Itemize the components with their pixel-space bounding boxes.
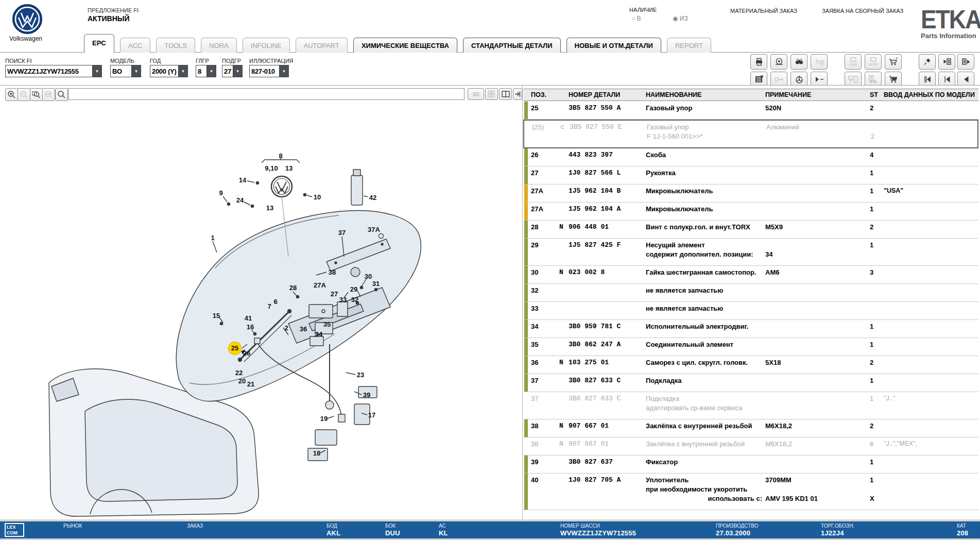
tab-acc[interactable]: ACC (120, 38, 150, 54)
diagram-callout-37[interactable]: 37 (338, 229, 346, 237)
row-qty: 4 (870, 151, 884, 159)
diagram-callout-10[interactable]: 10 (314, 193, 321, 201)
print-button[interactable] (750, 54, 767, 70)
table-row[interactable]: 27A1J5 962 104 AМикровыключатель1 (523, 202, 978, 221)
diagram-callout-35[interactable]: 35 (323, 320, 331, 328)
tab-новые-и-отм-детали[interactable]: НОВЫЕ И ОТМ.ДЕТАЛИ (566, 38, 661, 54)
diagram-callout-26[interactable]: 26 (243, 349, 250, 357)
page-previous-button[interactable] (938, 54, 955, 70)
table-row[interactable]: 343B0 959 781 CИсполнительный электродви… (523, 320, 978, 338)
table-row[interactable]: 28N906 448 01Винт с полукр.гол. и внут.T… (523, 221, 978, 239)
diagram-callout-1[interactable]: 1 (211, 234, 214, 242)
filter-select[interactable]: WVWZZZ1JZYW712555▼ (5, 65, 102, 77)
table-row[interactable]: 36N103 275 01Саморез с цил. скругл. голо… (523, 356, 978, 374)
dropdown-arrow-icon[interactable]: ▼ (131, 65, 141, 77)
table-row[interactable]: 353B0 862 247 AСоединительный элемент1 (523, 338, 978, 356)
dropdown-arrow-icon[interactable]: ▼ (207, 65, 216, 77)
diagram-callout-2[interactable]: 2 (284, 324, 288, 332)
diagram-callout-24[interactable]: 24 (236, 196, 244, 204)
diagram-callout-33[interactable]: 33 (339, 296, 347, 303)
diagram-callout-20[interactable]: 20 (238, 377, 246, 385)
status-label: РЫНОК (63, 523, 82, 529)
diagram-callout-27[interactable]: 27 (331, 290, 338, 298)
tab-report[interactable]: REPORT (667, 38, 711, 54)
page-next-button[interactable] (957, 54, 974, 70)
dropdown-arrow-icon[interactable]: ▼ (279, 65, 288, 77)
table-row[interactable]: 401J0 827 705 AУплотнитель3709MM1при нео… (523, 474, 978, 510)
tab-химические-вещества[interactable]: ХИМИЧЕСКИЕ ВЕЩЕСТВА (353, 38, 457, 54)
filter-label: ГОД (150, 58, 188, 64)
tab-nora[interactable]: NORA (201, 38, 237, 54)
tab-autopart[interactable]: AUTOPART (296, 38, 348, 54)
filter-select[interactable]: 8▼ (196, 65, 216, 77)
zoom-in-button[interactable] (5, 88, 18, 101)
diagram-callout-18[interactable]: 18 (313, 449, 320, 457)
diagram-callout-19[interactable]: 19 (320, 415, 328, 423)
diagram-callout-30[interactable]: 30 (365, 273, 372, 280)
filter-select[interactable]: BO▼ (110, 65, 141, 77)
diagram-callout-31[interactable]: 31 (372, 280, 380, 288)
search-binoculars-button[interactable] (790, 54, 807, 70)
diagram-callout-16[interactable]: 16 (247, 323, 254, 331)
table-row[interactable]: (25)c3B5 827 550 EГазовый упорАлюминийF … (523, 120, 978, 148)
diagram-callout-29[interactable]: 29 (350, 285, 357, 293)
table-row[interactable]: 30N023 002 8Гайка шестигранная самостопо… (523, 266, 978, 284)
cart-export-button[interactable] (885, 54, 902, 70)
diagram-callout-9[interactable]: 9 (219, 189, 222, 197)
expand-panel-button[interactable] (513, 88, 522, 100)
wheel-parts-button[interactable] (770, 54, 787, 70)
table-row[interactable]: 271J0 827 566 LРукоятка1 (523, 166, 978, 184)
diagram-callout-15[interactable]: 15 (213, 312, 220, 319)
pin-button[interactable] (919, 54, 936, 70)
diagram-callout-14[interactable]: 14 (239, 176, 246, 184)
dropdown-arrow-icon[interactable]: ▼ (178, 65, 187, 77)
filter-select[interactable]: 2000 (Y)▼ (150, 65, 188, 77)
diagram-callout-37A[interactable]: 37A (368, 226, 380, 233)
tab-стандартные-детали[interactable]: СТАНДАРТНЫЕ ДЕТАЛИ (463, 38, 561, 54)
diagram-callout-34[interactable]: 34 (315, 330, 322, 338)
diagram-callout-25[interactable]: 25 (229, 342, 241, 355)
diagram-callout-42[interactable]: 42 (369, 194, 376, 201)
table-row[interactable]: 253B5 827 550 AГазовый упор520N2 (523, 102, 978, 120)
tab-tools[interactable]: TOOLS (156, 38, 195, 54)
diagram-callout-22[interactable]: 22 (235, 369, 243, 377)
table-row[interactable]: 373B0 827 633 CПодкладка1 (523, 374, 978, 392)
magnifier-button[interactable] (55, 88, 68, 101)
zoom-area-button[interactable] (30, 88, 43, 101)
row-marker (524, 455, 528, 473)
diagram-callout-39[interactable]: 39 (363, 391, 370, 399)
table-row[interactable]: 26443 823 397Скоба4 (523, 148, 978, 166)
table-row[interactable]: 393B0 827 637Фиксатор1 (523, 455, 978, 474)
diagram-callout-7[interactable]: 7 (267, 302, 271, 310)
diagram-callout-27A[interactable]: 27A (314, 281, 326, 289)
filter-select[interactable]: 827-010▼ (249, 65, 289, 77)
diagram-callout-9,10[interactable]: 9,10 (265, 164, 278, 172)
tab-epc[interactable]: EPC (84, 34, 114, 53)
diagram-callout-13[interactable]: 13 (285, 164, 293, 172)
availability-radio-v[interactable]: ○ В (631, 15, 641, 22)
diagram-callout-23[interactable]: 23 (357, 371, 364, 379)
diagram-callout-8[interactable]: 8 (279, 152, 282, 160)
table-row[interactable]: 27A1J5 962 104 BМикровыключатель1"USA" (523, 184, 978, 202)
table-row[interactable]: 32не является запчастью (523, 284, 978, 302)
diagram-callout-21[interactable]: 21 (247, 380, 254, 388)
tab-infoline[interactable]: INFOLINE (243, 38, 290, 54)
diagram-callout-28[interactable]: 28 (289, 284, 297, 292)
diagram-callout-17[interactable]: 17 (368, 411, 375, 419)
split-view-button[interactable] (499, 88, 512, 100)
diagram-callout-41[interactable]: 41 (245, 314, 252, 322)
diagram-callout-36[interactable]: 36 (300, 325, 307, 333)
table-row[interactable]: 38N907 667 01Заклёпка с внутренней резьб… (523, 419, 978, 437)
diagram-callout-6[interactable]: 6 (273, 298, 277, 306)
diagram-callout-38[interactable]: 38 (329, 268, 336, 276)
table-row[interactable]: 33не является запчастью (523, 302, 978, 320)
diagram-callout-32[interactable]: 32 (351, 296, 358, 303)
table-row[interactable]: 291J5 827 425 FНесущий элемент1 содержит… (523, 239, 978, 266)
diagram-callout-13[interactable]: 13 (266, 204, 273, 212)
table-row[interactable]: 373B0 827 633 CПодкладка1"J.."адаптирова… (523, 392, 978, 419)
availability-radio-iz[interactable]: ◉ ИЗ (673, 15, 688, 22)
table-row[interactable]: 38N907 667 01Заклёпка с внутренней резьб… (523, 437, 978, 455)
dropdown-arrow-icon[interactable]: ▼ (233, 65, 242, 77)
filter-select[interactable]: 27▼ (222, 65, 243, 77)
dropdown-arrow-icon[interactable]: ▼ (92, 65, 101, 77)
